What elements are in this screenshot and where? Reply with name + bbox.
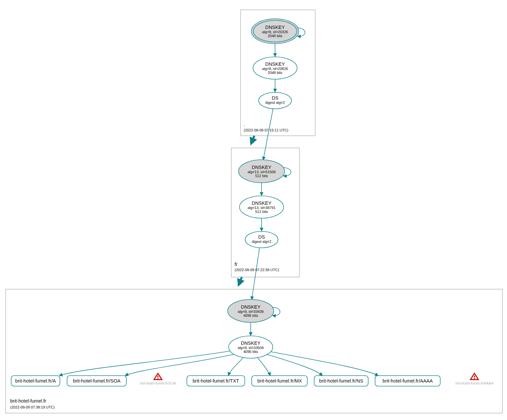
svg-text:4096 bits: 4096 bits	[243, 350, 258, 354]
svg-rect-49	[158, 378, 159, 379]
zone-root-label: .	[244, 122, 245, 127]
node-root-dnskey-zsk: DNSKEY alg=8, id=20826 2048 bits	[253, 57, 297, 79]
svg-text:DNSKEY: DNSKEY	[265, 25, 285, 30]
zone-fr: fr (2022-08-09 07:22:38 UTC) DNSKEY alg=…	[231, 148, 299, 277]
node-fr-dnskey-ksk: DNSKEY alg=13, id=51508 512 bits	[239, 160, 285, 183]
svg-text:DNSKEY: DNSKEY	[252, 200, 271, 206]
edge-root-ds-fr-ksk	[263, 108, 273, 160]
svg-text:alg=13, id=38791: alg=13, id=38791	[247, 206, 275, 210]
svg-text:(2022-08-09 07:38:19 UTC): (2022-08-09 07:38:19 UTC)	[10, 405, 55, 409]
edge-zsk-soa	[125, 354, 234, 376]
svg-text:digest alg=2: digest alg=2	[265, 101, 285, 105]
svg-text:DNSKEY: DNSKEY	[265, 61, 285, 67]
svg-rect-52	[474, 378, 475, 379]
svg-text:brit-hotel-fumel.fr/TXT: brit-hotel-fumel.fr/TXT	[193, 378, 239, 384]
svg-text:DNSKEY: DNSKEY	[241, 340, 261, 346]
svg-rect-51	[474, 376, 475, 378]
svg-text:DNSKEY: DNSKEY	[252, 165, 271, 170]
edge-zone-root-to-fr	[251, 136, 254, 144]
dnssec-diagram: . (2022-08-09 07:15:11 UTC) DNSKEY alg=8…	[0, 0, 507, 420]
svg-text:brit-hotel-fumel.fr/MX: brit-hotel-fumel.fr/MX	[257, 378, 302, 384]
rrset-soa: brit-hotel-fumel.fr/SOA	[67, 376, 126, 386]
rrset-mx: brit-hotel-fumel.fr/MX	[252, 376, 307, 386]
node-domain-dnskey-ksk: DNSKEY alg=8, id=33439 4096 bits	[228, 299, 274, 322]
node-fr-ds: DS digest alg=2	[245, 231, 278, 248]
node-fr-dnskey-zsk: DNSKEY alg=13, id=38791 512 bits	[240, 196, 284, 218]
svg-text:brit-hotel-fumel.fr/AAAA: brit-hotel-fumel.fr/AAAA	[455, 381, 494, 385]
zone-domain: brit-hotel-fumel.fr (2022-08-09 07:38:19…	[6, 289, 502, 413]
svg-text:DS: DS	[258, 234, 265, 240]
edge-zone-fr-to-domain	[239, 277, 242, 285]
svg-text:brit-hotel-fumel.fr/SOA: brit-hotel-fumel.fr/SOA	[73, 378, 121, 384]
svg-text:brit-hotel-fumel.fr/A: brit-hotel-fumel.fr/A	[15, 378, 56, 384]
svg-text:alg=13, id=51508: alg=13, id=51508	[247, 170, 275, 174]
edge-zsk-a	[59, 351, 230, 376]
svg-text:DS: DS	[272, 95, 278, 101]
node-domain-dnskey-zsk: DNSKEY alg=8, id=33504 4096 bits	[229, 336, 273, 358]
svg-text:alg=8, id=33439: alg=8, id=33439	[238, 310, 264, 314]
svg-text:DNSKEY: DNSKEY	[241, 304, 261, 310]
warning-aaaa: brit-hotel-fumel.fr/AAAA	[455, 373, 494, 385]
svg-text:brit-hotel-fumel.fr/SOA: brit-hotel-fumel.fr/SOA	[140, 381, 176, 385]
edge-zsk-ns	[266, 354, 322, 376]
svg-text:512 bits: 512 bits	[255, 174, 268, 178]
warning-soa: brit-hotel-fumel.fr/SOA	[140, 373, 176, 385]
node-root-dnskey-ksk: DNSKEY alg=8, id=20326 2048 bits	[251, 19, 299, 44]
svg-text:brit-hotel-fumel.fr/NS: brit-hotel-fumel.fr/NS	[319, 378, 363, 384]
svg-text:brit-hotel-fumel.fr/AAAA: brit-hotel-fumel.fr/AAAA	[383, 378, 433, 384]
rrset-ns: brit-hotel-fumel.fr/NS	[314, 376, 368, 386]
svg-text:alg=8, id=20326: alg=8, id=20326	[262, 30, 288, 34]
svg-text:4096 bits: 4096 bits	[243, 314, 258, 317]
rrset-aaaa: brit-hotel-fumel.fr/AAAA	[375, 376, 440, 386]
svg-text:digest alg=2: digest alg=2	[252, 240, 271, 244]
rrset-txt: brit-hotel-fumel.fr/TXT	[187, 376, 245, 386]
edge-fr-ds-domain-ksk	[252, 247, 260, 300]
zone-root-timestamp: (2022-08-09 07:15:11 UTC)	[244, 128, 288, 132]
node-root-ds: DS digest alg=2	[259, 92, 292, 109]
zone-fr-label: fr	[235, 262, 238, 267]
edge-zsk-aaaa	[270, 352, 378, 376]
svg-text:2048 bits: 2048 bits	[268, 34, 283, 38]
svg-text:2048 bits: 2048 bits	[268, 71, 283, 75]
rrset-a: brit-hotel-fumel.fr/A	[11, 376, 60, 386]
svg-rect-48	[158, 376, 159, 378]
svg-text:alg=8, id=20826: alg=8, id=20826	[262, 67, 288, 71]
svg-text:512 bits: 512 bits	[255, 210, 268, 214]
svg-text:(2022-08-09 07:22:38 UTC): (2022-08-09 07:22:38 UTC)	[235, 268, 279, 272]
edge-zsk-mx	[257, 357, 270, 376]
svg-text:alg=8, id=33504: alg=8, id=33504	[238, 346, 264, 350]
zone-domain-label: brit-hotel-fumel.fr	[10, 398, 46, 404]
edge-zsk-txt	[228, 357, 243, 376]
zone-root: . (2022-08-09 07:15:11 UTC) DNSKEY alg=8…	[241, 10, 315, 136]
